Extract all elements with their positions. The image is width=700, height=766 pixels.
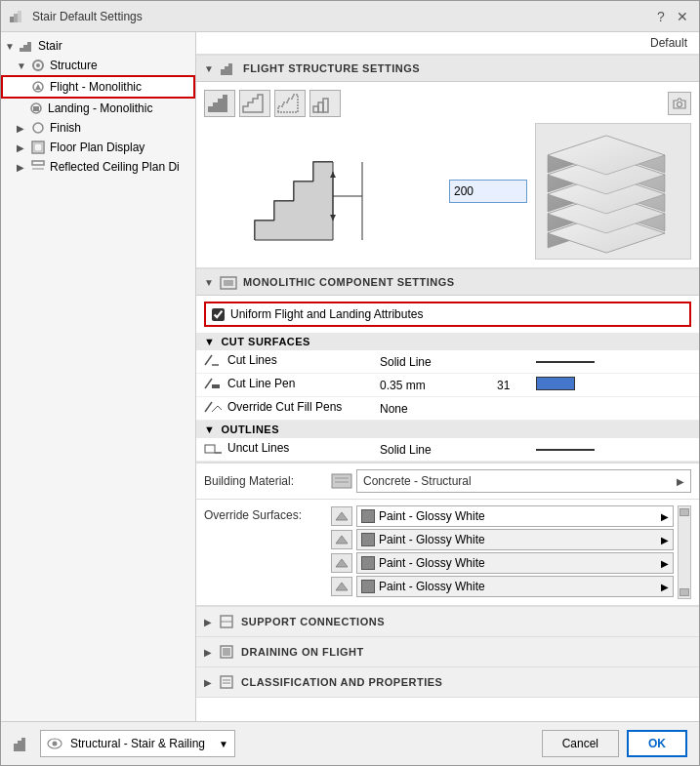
svg-rect-5 bbox=[27, 42, 31, 52]
outlines-arrow: ▼ bbox=[204, 423, 215, 435]
cancel-button[interactable]: Cancel bbox=[542, 730, 619, 757]
view-toggle-btn[interactable] bbox=[668, 92, 691, 115]
svg-rect-67 bbox=[18, 741, 21, 751]
svg-rect-4 bbox=[23, 45, 27, 52]
cut-line-pen-color[interactable] bbox=[536, 377, 575, 390]
expand-arrow-floor: ▶ bbox=[17, 142, 26, 153]
draining-header[interactable]: ▶ DRAINING ON FLIGHT bbox=[196, 637, 699, 666]
tree-item-floor-plan[interactable]: ▶ Floor Plan Display bbox=[1, 138, 195, 157]
footer-structure-text: Structural - Stair & Railing bbox=[66, 737, 215, 750]
finish-label: Finish bbox=[50, 121, 81, 135]
svg-rect-16 bbox=[221, 69, 225, 75]
surface-dropdown-3[interactable]: Paint - Glossy White ▶ bbox=[356, 552, 674, 574]
stair-type-icon-1 bbox=[206, 93, 233, 114]
surface-shape-icon-2 bbox=[335, 534, 349, 545]
draining-icon bbox=[218, 643, 235, 661]
svg-rect-19 bbox=[208, 106, 213, 112]
classification-title: CLASSIFICATION AND PROPERTIES bbox=[241, 676, 442, 688]
stair-type-btn-2[interactable] bbox=[239, 90, 270, 117]
outlines-header: ▼ OUTLINES bbox=[204, 423, 691, 435]
surface-dropdown-4[interactable]: Paint - Glossy White ▶ bbox=[356, 576, 674, 597]
svg-rect-66 bbox=[14, 744, 18, 751]
ok-button[interactable]: OK bbox=[627, 730, 687, 757]
flight-monolithic-icon bbox=[30, 79, 46, 95]
attributes-scroll-area[interactable]: ▼ CUT SURFACES bbox=[196, 333, 699, 463]
svg-point-70 bbox=[53, 742, 58, 746]
surfaces-scrollbar[interactable] bbox=[678, 505, 691, 599]
svg-rect-18 bbox=[228, 63, 232, 75]
tree-item-finish[interactable]: ▶ Finish bbox=[1, 118, 195, 138]
tree-item-flight-monolithic[interactable]: Flight - Monolithic bbox=[1, 75, 195, 99]
surface-row-1: Paint - Glossy White ▶ bbox=[331, 505, 674, 527]
uncut-lines-preview bbox=[536, 449, 595, 451]
cut-line-pen-label: Cut Line Pen bbox=[227, 377, 295, 390]
surface-shape-icon-3 bbox=[335, 557, 349, 569]
svg-rect-2 bbox=[18, 11, 21, 22]
tree-item-stair[interactable]: ▼ Stair bbox=[1, 36, 195, 56]
svg-rect-54 bbox=[205, 445, 215, 453]
flight-section-icon bbox=[220, 60, 237, 77]
tree-item-structure[interactable]: ▼ Structure bbox=[1, 56, 195, 75]
close-button[interactable]: ✕ bbox=[674, 8, 691, 25]
footer-eye-icon bbox=[47, 736, 62, 751]
structure-label: Structure bbox=[50, 59, 98, 72]
override-surfaces-section: Override Surfaces: Paint - Glossy W bbox=[196, 500, 699, 606]
draining-title: DRAINING ON FLIGHT bbox=[241, 646, 364, 658]
stair-type-icon-4 bbox=[311, 93, 339, 114]
stair-type-btn-4[interactable] bbox=[309, 90, 341, 117]
footer-stair-icon bbox=[13, 734, 34, 753]
svg-rect-63 bbox=[221, 676, 232, 688]
surface-row-3: Paint - Glossy White ▶ bbox=[331, 552, 674, 574]
help-button[interactable]: ? bbox=[652, 8, 670, 25]
svg-line-49 bbox=[205, 355, 212, 365]
tree-item-reflected-ceiling[interactable]: ▶ Reflected Ceiling Plan Di bbox=[1, 157, 195, 177]
classification-header[interactable]: ▶ CLASSIFICATION AND PROPERTIES bbox=[196, 667, 699, 697]
building-material-dropdown[interactable]: Concrete - Structural ▶ bbox=[356, 469, 691, 493]
uncut-lines-icon bbox=[204, 441, 224, 455]
uniform-checkbox[interactable] bbox=[212, 308, 225, 321]
building-material-label: Building Material: bbox=[204, 474, 331, 488]
surface-icon-1 bbox=[331, 506, 352, 526]
stair-type-icon-3 bbox=[276, 93, 304, 114]
footer-dropdown-arrow: ▼ bbox=[219, 739, 228, 749]
svg-rect-17 bbox=[225, 66, 228, 75]
step-value-input[interactable] bbox=[449, 180, 527, 203]
stair-3d-svg bbox=[538, 126, 689, 258]
cut-lines-preview bbox=[536, 361, 595, 363]
surface-content-2: Paint - Glossy White bbox=[361, 533, 485, 546]
surface-dropdown-1[interactable]: Paint - Glossy White ▶ bbox=[356, 505, 674, 527]
value-input-area bbox=[449, 123, 527, 260]
cut-line-pen-icon bbox=[204, 377, 224, 390]
draining-section: ▶ DRAINING ON FLIGHT bbox=[196, 637, 699, 667]
surface-material-icon-3 bbox=[361, 556, 375, 570]
stair-type-btn-3[interactable] bbox=[274, 90, 306, 117]
svg-rect-14 bbox=[32, 161, 44, 165]
stair-type-btn-1[interactable] bbox=[204, 90, 235, 117]
expand-arrow-ceiling: ▶ bbox=[17, 162, 26, 173]
surface-material-icon-4 bbox=[361, 580, 375, 593]
surface-text-4: Paint - Glossy White bbox=[379, 580, 485, 593]
surface-dropdown-2[interactable]: Paint - Glossy White ▶ bbox=[356, 529, 674, 550]
surface-text-3: Paint - Glossy White bbox=[379, 556, 485, 570]
svg-rect-21 bbox=[218, 99, 223, 112]
building-material-value-area: Concrete - Structural ▶ bbox=[331, 469, 691, 493]
surface-material-icon-1 bbox=[361, 509, 375, 523]
right-panel: Default ▼ FLIGHT STRUCTURE SETTINGS bbox=[196, 32, 699, 721]
override-cut-value: None bbox=[380, 402, 408, 416]
scroll-down-btn[interactable] bbox=[679, 588, 689, 596]
surface-dropdown-arrow-4: ▶ bbox=[661, 582, 669, 592]
tree-item-landing-monolithic[interactable]: Landing - Monolithic bbox=[1, 99, 195, 118]
reflected-ceiling-label: Reflected Ceiling Plan Di bbox=[50, 160, 180, 174]
svg-rect-25 bbox=[323, 99, 328, 112]
title-icon bbox=[9, 9, 24, 24]
support-title: SUPPORT CONNECTIONS bbox=[241, 616, 385, 627]
scroll-up-btn[interactable] bbox=[679, 508, 689, 516]
surface-icon-4 bbox=[331, 577, 352, 596]
expand-arrow-structure: ▼ bbox=[17, 60, 26, 71]
cut-line-pen-value: 0.35 mm bbox=[380, 379, 426, 392]
support-connections-header[interactable]: ▶ SUPPORT CONNECTIONS bbox=[196, 607, 699, 636]
svg-point-7 bbox=[36, 63, 40, 67]
ceiling-icon bbox=[30, 159, 46, 175]
concrete-icon bbox=[331, 471, 352, 491]
footer-structure-dropdown[interactable]: Structural - Stair & Railing ▼ bbox=[40, 730, 235, 757]
